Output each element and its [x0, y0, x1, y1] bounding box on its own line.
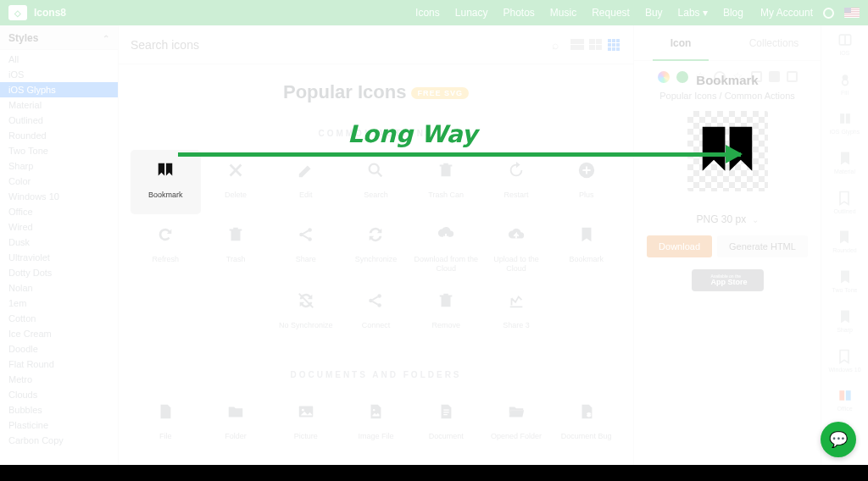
rail-item-office[interactable]: Office: [837, 388, 854, 412]
icon-cell-document-bug[interactable]: Document Bug: [551, 391, 621, 456]
nav-link-lunacy[interactable]: Lunacy: [455, 7, 488, 19]
style-item-flat-round[interactable]: Flat Round: [0, 357, 118, 372]
icon-cell-share-3[interactable]: Share 3: [481, 280, 552, 345]
style-item-office[interactable]: Office: [0, 204, 118, 219]
rail-item-windows-10[interactable]: Windows 10: [828, 349, 860, 373]
view-list-icon[interactable]: [570, 39, 584, 51]
style-item-1em[interactable]: 1em: [0, 296, 118, 311]
breadcrumb[interactable]: Popular Icons / Common Actions: [659, 91, 795, 101]
nav-link-icons[interactable]: Icons: [415, 7, 440, 19]
style-item-sharp[interactable]: Sharp: [0, 158, 118, 174]
nav-link-request[interactable]: Request: [592, 7, 630, 19]
app-store-badge[interactable]: Available on theApp Store: [692, 269, 764, 291]
rail-item-sharp[interactable]: Sharp: [837, 309, 854, 334]
icon-cell-upload-to-the-cloud[interactable]: Upload to the Cloud: [481, 214, 552, 280]
icon-cell-opened-folder[interactable]: Opened Folder: [481, 391, 552, 456]
rail-label: iOS: [840, 50, 850, 57]
nav-link-music[interactable]: Music: [550, 7, 576, 19]
style-item-cotton[interactable]: Cotton: [0, 311, 118, 326]
icon-cell-restart[interactable]: Restart: [481, 150, 552, 214]
tab-collections[interactable]: Collections: [727, 25, 821, 60]
style-item-bubbles[interactable]: Bubbles: [0, 402, 118, 417]
icon-cell-bookmark[interactable]: Bookmark: [131, 150, 201, 214]
swatch-green[interactable]: [676, 71, 688, 83]
style-item-two-tone[interactable]: Two Tone: [0, 143, 118, 158]
search-icon[interactable]: ⌕: [552, 38, 559, 52]
style-item-rounded[interactable]: Rounded: [0, 128, 118, 143]
flag-us-icon[interactable]: [844, 8, 860, 18]
style-item-doodle[interactable]: Doodle: [0, 341, 118, 357]
style-item-ultraviolet[interactable]: Ultraviolet: [0, 250, 118, 265]
rail-item-outlined[interactable]: Outlined: [833, 191, 855, 215]
style-item-material[interactable]: Material: [0, 97, 118, 113]
icon-label: Document: [429, 432, 464, 449]
style-item-nolan[interactable]: Nolan: [0, 280, 118, 296]
sidebar-title: Styles: [8, 32, 38, 44]
my-account-link[interactable]: My Account: [760, 7, 813, 19]
svg-point-10: [373, 409, 375, 411]
search-input[interactable]: [131, 38, 545, 52]
brand-logo[interactable]: ◇: [8, 5, 27, 20]
style-item-clouds[interactable]: Clouds: [0, 387, 118, 402]
icon-cell-connect[interactable]: Connect: [341, 280, 411, 345]
nav-link-photos[interactable]: Photos: [503, 7, 534, 19]
chat-fab[interactable]: 💬: [821, 422, 856, 457]
nav-link-buy[interactable]: Buy: [645, 7, 663, 19]
icon-label: Search: [364, 191, 388, 207]
gear-icon[interactable]: [823, 8, 834, 19]
icon-cell-trash-can[interactable]: Trash Can: [411, 150, 481, 214]
download-button[interactable]: Download: [647, 235, 712, 257]
detail-panel: Icon Collections Bookmark Popular Icons …: [634, 25, 821, 481]
trash-icon: [224, 223, 248, 246]
style-item-plasticine[interactable]: Plasticine: [0, 417, 118, 433]
sidebar-header[interactable]: Styles ⌃: [0, 25, 118, 50]
style-item-dusk[interactable]: Dusk: [0, 235, 118, 250]
rail-item-rounded[interactable]: Rounded: [832, 229, 856, 254]
icon-cell-folder[interactable]: Folder: [201, 391, 271, 456]
icon-cell-no-synchronize[interactable]: No Synchronize: [270, 280, 341, 345]
rail-item-two-tone[interactable]: Two Tone: [832, 269, 858, 294]
rail-item-ios[interactable]: iOS: [837, 32, 854, 57]
style-item-outlined[interactable]: Outlined: [0, 113, 118, 128]
svg-rect-17: [839, 390, 844, 401]
icon-cell-refresh[interactable]: Refresh: [131, 214, 201, 280]
rail-item-fill[interactable]: Fill: [837, 72, 854, 97]
style-item-metro[interactable]: Metro: [0, 372, 118, 387]
icon-cell-download-from-the-cloud[interactable]: Download from the Cloud: [411, 214, 481, 280]
icon-cell-edit[interactable]: Edit: [270, 150, 341, 214]
style-item-ios[interactable]: iOS: [0, 67, 118, 82]
view-grid-large-icon[interactable]: [589, 39, 603, 51]
icon-cell-image-file[interactable]: Image File: [341, 391, 411, 456]
style-item-wired[interactable]: Wired: [0, 219, 118, 235]
swatch-square-fill[interactable]: [769, 71, 780, 82]
brand-name[interactable]: Icons8: [34, 7, 66, 19]
icon-cell-document[interactable]: Document: [411, 391, 481, 456]
icon-cell-trash[interactable]: Trash: [201, 214, 271, 280]
swatch-rainbow[interactable]: [658, 71, 670, 83]
style-item-dotty-dots[interactable]: Dotty Dots: [0, 265, 118, 280]
format-selector[interactable]: PNG 30 px ⌄: [696, 213, 758, 225]
icon-cell-remove[interactable]: Remove: [411, 280, 481, 345]
icon-cell-plus[interactable]: Plus: [551, 150, 621, 214]
view-grid-small-icon[interactable]: [608, 39, 621, 51]
generate-html-button[interactable]: Generate HTML: [717, 235, 808, 257]
style-item-all[interactable]: All: [0, 52, 118, 67]
icon-cell-delete[interactable]: Delete: [201, 150, 271, 214]
rail-item-ios-glyphs[interactable]: iOS Glyphs: [830, 111, 860, 135]
rail-item-material[interactable]: Material: [834, 151, 855, 175]
style-item-carbon-copy[interactable]: Carbon Copy: [0, 433, 118, 448]
style-item-windows-10[interactable]: Windows 10: [0, 189, 118, 204]
nav-link-labs[interactable]: Labs ▾: [678, 7, 708, 19]
icon-cell-search[interactable]: Search: [341, 150, 411, 214]
style-item-ice-cream[interactable]: Ice Cream: [0, 326, 118, 341]
style-item-color[interactable]: Color: [0, 174, 118, 189]
icon-cell-picture[interactable]: Picture: [270, 391, 341, 456]
icon-cell-synchronize[interactable]: Synchronize: [341, 214, 411, 280]
nav-link-blog[interactable]: Blog: [723, 7, 743, 19]
swatch-square-outline-2[interactable]: [787, 71, 798, 82]
icon-cell-bookmark[interactable]: Bookmark: [551, 214, 621, 280]
icon-cell-file[interactable]: File: [131, 391, 201, 456]
tab-icon[interactable]: Icon: [634, 25, 727, 60]
icon-cell-share[interactable]: Share: [270, 214, 341, 280]
style-item-ios-glyphs[interactable]: iOS Glyphs: [0, 82, 118, 97]
